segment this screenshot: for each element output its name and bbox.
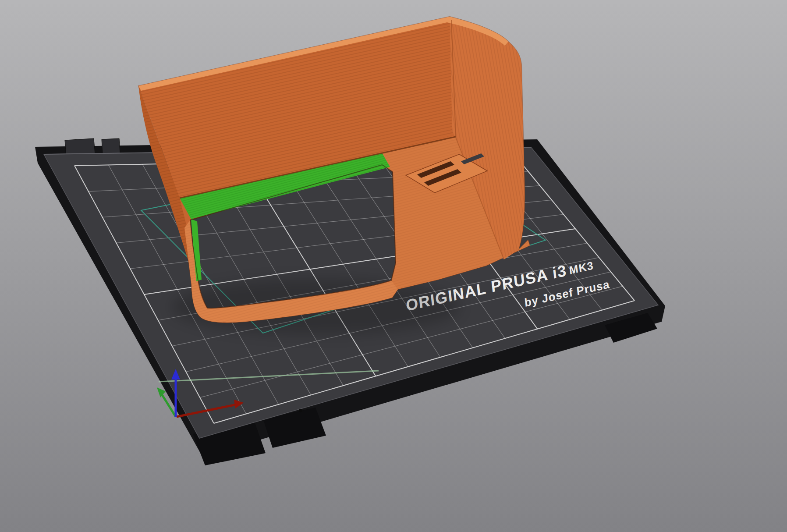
bed-screw-dot: [299, 409, 302, 412]
3d-viewport[interactable]: ORIGINAL PRUSA i3 MK3 by Josef Prusa: [0, 0, 787, 532]
scene-canvas[interactable]: ORIGINAL PRUSA i3 MK3 by Josef Prusa: [0, 0, 787, 532]
bed-tab: [102, 138, 120, 155]
